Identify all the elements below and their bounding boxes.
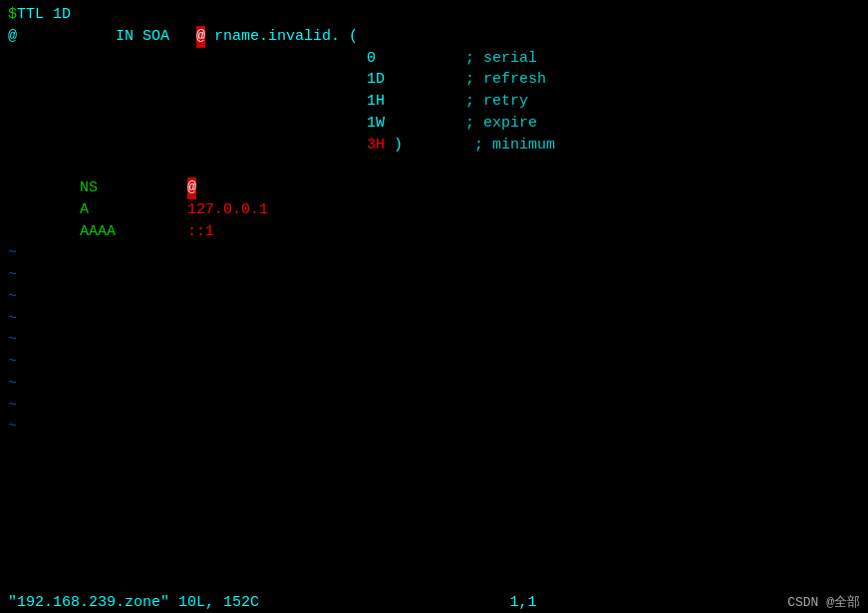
soa-cursor-at: @ [196,26,205,48]
line-retry: 1H ; retry [8,91,860,113]
refresh-value: 1D [367,69,385,91]
line-expire: 1W ; expire [8,113,860,135]
refresh-indent [8,69,367,91]
tilde-3: ~ [8,286,860,308]
retry-value: 1H [367,91,385,113]
soa-rname: rname.invalid. ( [205,26,358,48]
line-ttl: $TTL 1D [8,4,860,26]
line-refresh: 1D ; refresh [8,69,860,91]
status-filename: "192.168.239.zone" 10L, 152C [8,594,259,611]
a-label: A [8,199,187,221]
a-value: 127.0.0.1 [187,199,268,221]
status-bar: "192.168.239.zone" 10L, 152C 1,1 CSDN @全… [0,591,868,613]
serial-indent [8,48,367,70]
line-a: A 127.0.0.1 [8,199,860,221]
dollar-sign: $ [8,4,17,26]
minimum-indent [8,135,367,156]
line-soa: @ IN SOA @ rname.invalid. ( [8,26,860,48]
retry-indent [8,91,367,113]
ttl-value: TTL 1D [17,4,71,26]
expire-comment: ; expire [385,113,537,135]
soa-in: IN SOA [17,26,196,48]
status-watermark: CSDN @全部 [787,593,860,611]
expire-indent [8,113,367,135]
ns-cursor-at: @ [187,177,196,199]
tilde-8: ~ [8,395,860,417]
tilde-1: ~ [8,242,860,264]
tilde-6: ~ [8,351,860,373]
aaaa-value: ::1 [187,221,214,243]
line-ns: NS @ [8,177,860,199]
retry-comment: ; retry [385,91,528,113]
editor-area: $TTL 1D @ IN SOA @ rname.invalid. ( 0 ; … [0,0,868,442]
refresh-comment: ; refresh [385,69,546,91]
expire-value: 1W [367,113,385,135]
tilde-5: ~ [8,329,860,351]
tilde-2: ~ [8,264,860,286]
line-serial: 0 ; serial [8,48,860,70]
minimum-comment: ; minimum [403,135,555,156]
tilde-9: ~ [8,416,860,438]
line-empty [8,155,860,177]
minimum-value: 3H [367,135,385,156]
soa-at: @ [8,26,17,48]
fileinfo-text: 10L, 152C [178,594,259,611]
aaaa-label: AAAA [8,221,187,243]
minimum-paren: ) [385,135,403,156]
serial-comment: ; serial [376,48,537,70]
filename-text: "192.168.239.zone" [8,594,169,611]
ns-label: NS [8,177,187,199]
status-cursor: 1,1 [510,594,537,611]
tilde-7: ~ [8,373,860,395]
serial-value: 0 [367,48,376,70]
line-minimum: 3H ) ; minimum [8,135,860,156]
tilde-4: ~ [8,308,860,330]
line-aaaa: AAAA ::1 [8,221,860,243]
